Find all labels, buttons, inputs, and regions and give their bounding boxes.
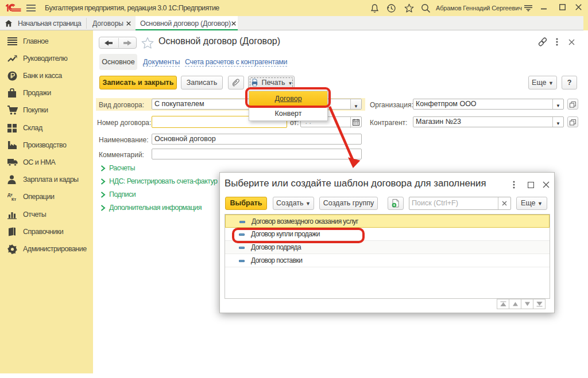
svg-text:Кт: Кт	[11, 197, 17, 202]
